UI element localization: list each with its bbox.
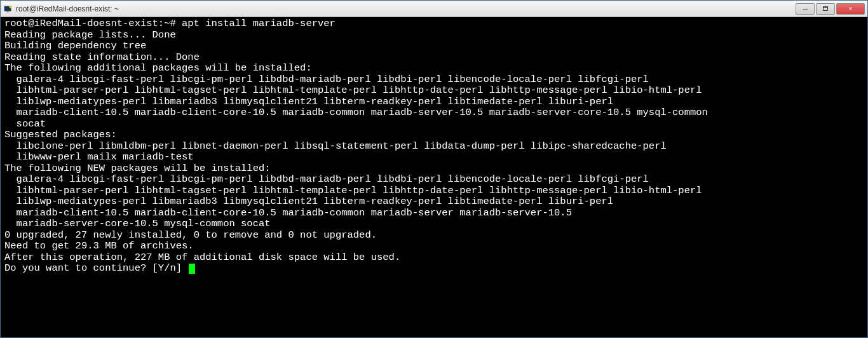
close-icon [849, 5, 852, 12]
output-line: Building dependency tree [4, 41, 864, 52]
command-line: root@iRedMail-doesnt-exist:~# apt instal… [4, 18, 864, 30]
output-line: The following NEW packages will be insta… [4, 163, 864, 175]
output-line: Reading package lists... Done [4, 30, 864, 41]
output-line: libhtml-parser-perl libhtml-tagset-perl … [4, 186, 864, 197]
output-line: Suggested packages: [4, 130, 864, 141]
output-line: Need to get 29.3 MB of archives. [4, 241, 864, 252]
output-line: libhtml-parser-perl libhtml-tagset-perl … [4, 85, 864, 97]
minimize-icon [803, 10, 808, 10]
output-line: galera-4 libcgi-fast-perl libcgi-pm-perl… [4, 74, 864, 86]
output-line: galera-4 libcgi-fast-perl libcgi-pm-perl… [4, 174, 864, 186]
command-text: apt install mariadb-server [182, 18, 336, 29]
output-line: liblwp-mediatypes-perl libmariadb3 libmy… [4, 97, 864, 108]
output-line: mariadb-server-core-10.5 mysql-common so… [4, 219, 864, 230]
output-line: The following additional packages will b… [4, 63, 864, 74]
output-line: liblwp-mediatypes-perl libmariadb3 libmy… [4, 196, 864, 208]
maximize-icon [823, 6, 828, 11]
window-title: root@iRedMail-doesnt-exist: ~ [16, 4, 796, 13]
putty-icon [3, 4, 13, 14]
maximize-button[interactable] [816, 3, 835, 15]
output-line: After this operation, 227 MB of addition… [4, 252, 864, 264]
output-line: mariadb-client-10.5 mariadb-client-core-… [4, 107, 864, 119]
continue-prompt: Do you want to continue? [Y/n] [4, 262, 187, 274]
cursor [189, 264, 195, 274]
terminal-output[interactable]: root@iRedMail-doesnt-exist:~# apt instal… [1, 17, 867, 337]
terminal-window: root@iRedMail-doesnt-exist: ~ root@iRedM… [0, 0, 868, 338]
output-line: Reading state information... Done [4, 52, 864, 64]
output-line: mariadb-client-10.5 mariadb-client-core-… [4, 208, 864, 219]
output-line: libclone-perl libmldbm-perl libnet-daemo… [4, 141, 864, 152]
minimize-button[interactable] [796, 3, 815, 15]
svg-rect-2 [6, 11, 9, 12]
window-controls [796, 3, 865, 15]
shell-prompt: root@iRedMail-doesnt-exist:~# [4, 18, 182, 29]
output-line: 0 upgraded, 27 newly installed, 0 to rem… [4, 230, 864, 241]
output-line: libwww-perl mailx mariadb-test [4, 152, 864, 163]
output-line: socat [4, 119, 864, 130]
titlebar[interactable]: root@iRedMail-doesnt-exist: ~ [1, 1, 867, 17]
prompt-line: Do you want to continue? [Y/n] [4, 263, 864, 274]
close-button[interactable] [836, 3, 865, 15]
